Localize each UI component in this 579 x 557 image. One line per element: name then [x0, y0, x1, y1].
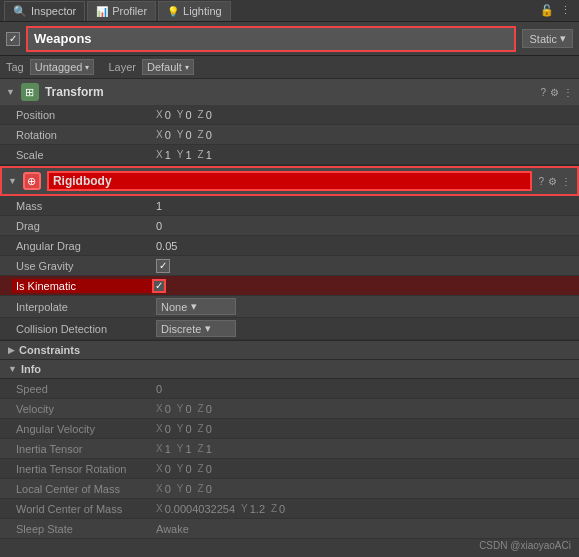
velocity-row: Velocity X 0 Y 0 Z 0 — [0, 399, 579, 419]
transform-menu-icon[interactable]: ⋮ — [563, 87, 573, 98]
scale-x[interactable]: X 1 — [156, 149, 171, 161]
angular-drag-value[interactable]: 0.05 — [156, 240, 571, 252]
rotation-x[interactable]: X 0 — [156, 129, 171, 141]
transform-settings-icon[interactable]: ⚙ — [550, 87, 559, 98]
collision-label: Collision Detection — [16, 323, 156, 335]
tab-bar-right: 🔓 ⋮ — [540, 4, 575, 17]
angular-velocity-label: Angular Velocity — [16, 423, 156, 435]
lock-icon[interactable]: 🔓 — [540, 4, 554, 17]
inertia-tensor-z: Z 1 — [198, 443, 212, 455]
rigidbody-help-icon[interactable]: ? — [538, 176, 544, 187]
static-arrow-icon: ▾ — [560, 32, 566, 45]
menu-icon[interactable]: ⋮ — [560, 4, 571, 17]
local-center-row: Local Center of Mass X 0 Y 0 Z 0 — [0, 479, 579, 499]
itr-y: Y 0 — [177, 463, 192, 475]
velocity-x: X 0 — [156, 403, 171, 415]
is-kinematic-value: ✓ — [152, 279, 571, 293]
transform-controls: ? ⚙ ⋮ — [540, 87, 573, 98]
layer-dropdown-arrow: ▾ — [185, 63, 189, 72]
transform-help-icon[interactable]: ? — [540, 87, 546, 98]
drag-value[interactable]: 0 — [156, 220, 571, 232]
layer-dropdown[interactable]: Default ▾ — [142, 59, 194, 75]
inspector-icon: 🔍 — [13, 5, 27, 18]
rotation-label: Rotation — [16, 129, 156, 141]
transform-component: ▼ ⊞ Transform ? ⚙ ⋮ Position X 0 Y 0 — [0, 79, 579, 166]
position-label: Position — [16, 109, 156, 121]
use-gravity-checkbox[interactable]: ✓ — [156, 259, 170, 273]
tab-inspector-label: Inspector — [31, 5, 76, 17]
gameobject-name[interactable]: Weapons — [26, 26, 516, 52]
is-kinematic-label: Is Kinematic — [12, 279, 152, 293]
interpolate-dropdown[interactable]: None ▾ — [156, 298, 236, 315]
sleep-state-row: Sleep State Awake — [0, 519, 579, 539]
velocity-y: Y 0 — [177, 403, 192, 415]
is-kinematic-checkbox[interactable]: ✓ — [152, 279, 166, 293]
watermark: CSDN @xiaoyaoACi — [479, 540, 571, 551]
local-center-value: X 0 Y 0 Z 0 — [156, 483, 571, 495]
world-center-z: Z 0 — [271, 503, 285, 515]
position-x[interactable]: X 0 — [156, 109, 171, 121]
layer-label: Layer — [108, 61, 136, 73]
transform-name: Transform — [45, 85, 535, 99]
tab-bar: 🔍 Inspector 📊 Profiler 💡 Lighting 🔓 ⋮ — [0, 0, 579, 22]
collision-value: Discrete ▾ — [156, 320, 571, 337]
angular-velocity-z: Z 0 — [198, 423, 212, 435]
rotation-row: Rotation X 0 Y 0 Z 0 — [0, 125, 579, 145]
local-center-y: Y 0 — [177, 483, 192, 495]
collision-row: Collision Detection Discrete ▾ — [0, 318, 579, 340]
static-button[interactable]: Static ▾ — [522, 29, 573, 48]
sleep-state-value: Awake — [156, 523, 571, 535]
position-row: Position X 0 Y 0 Z 0 — [0, 105, 579, 125]
angular-velocity-value: X 0 Y 0 Z 0 — [156, 423, 571, 435]
inertia-tensor-rotation-row: Inertia Tensor Rotation X 0 Y 0 Z 0 — [0, 459, 579, 479]
rigidbody-header[interactable]: ▼ ⊕ Rigidbody ? ⚙ ⋮ — [0, 166, 579, 196]
collision-dropdown[interactable]: Discrete ▾ — [156, 320, 236, 337]
local-center-x: X 0 — [156, 483, 171, 495]
itr-z: Z 0 — [198, 463, 212, 475]
drag-row: Drag 0 — [0, 216, 579, 236]
constraints-toggle-icon: ▶ — [8, 345, 15, 355]
scale-y[interactable]: Y 1 — [177, 149, 192, 161]
mass-value[interactable]: 1 — [156, 200, 571, 212]
rigidbody-name: Rigidbody — [47, 171, 533, 191]
transform-toggle-icon: ▼ — [6, 87, 15, 97]
tab-inspector[interactable]: 🔍 Inspector — [4, 1, 85, 21]
gameobject-checkbox[interactable]: ✓ — [6, 32, 20, 46]
rigidbody-menu-icon[interactable]: ⋮ — [561, 176, 571, 187]
position-y[interactable]: Y 0 — [177, 109, 192, 121]
angular-drag-row: Angular Drag 0.05 — [0, 236, 579, 256]
scale-row: Scale X 1 Y 1 Z 1 — [0, 145, 579, 165]
interpolate-label: Interpolate — [16, 301, 156, 313]
world-center-label: World Center of Mass — [16, 503, 156, 515]
gameobject-header: ✓ Weapons Static ▾ — [0, 22, 579, 56]
tab-profiler[interactable]: 📊 Profiler — [87, 1, 156, 21]
speed-label: Speed — [16, 383, 156, 395]
transform-header[interactable]: ▼ ⊞ Transform ? ⚙ ⋮ — [0, 79, 579, 105]
rotation-value: X 0 Y 0 Z 0 — [156, 129, 571, 141]
interpolate-value: None ▾ — [156, 298, 571, 315]
angular-drag-label: Angular Drag — [16, 240, 156, 252]
velocity-label: Velocity — [16, 403, 156, 415]
rigidbody-settings-icon[interactable]: ⚙ — [548, 176, 557, 187]
speed-row: Speed 0 — [0, 379, 579, 399]
lighting-icon: 💡 — [167, 6, 179, 17]
transform-icon: ⊞ — [21, 83, 39, 101]
rotation-z[interactable]: Z 0 — [198, 129, 212, 141]
angular-velocity-row: Angular Velocity X 0 Y 0 Z 0 — [0, 419, 579, 439]
is-kinematic-row: Is Kinematic ✓ — [0, 276, 579, 296]
rotation-y[interactable]: Y 0 — [177, 129, 192, 141]
tag-label: Tag — [6, 61, 24, 73]
tag-layer-row: Tag Untagged ▾ Layer Default ▾ — [0, 56, 579, 79]
tab-profiler-label: Profiler — [112, 5, 147, 17]
tab-lighting[interactable]: 💡 Lighting — [158, 1, 231, 21]
scale-z[interactable]: Z 1 — [198, 149, 212, 161]
inertia-tensor-rotation-value: X 0 Y 0 Z 0 — [156, 463, 571, 475]
inertia-tensor-rotation-label: Inertia Tensor Rotation — [16, 463, 156, 475]
constraints-section[interactable]: ▶ Constraints — [0, 341, 579, 360]
position-z[interactable]: Z 0 — [198, 109, 212, 121]
use-gravity-row: Use Gravity ✓ — [0, 256, 579, 276]
local-center-z: Z 0 — [198, 483, 212, 495]
tag-dropdown[interactable]: Untagged ▾ — [30, 59, 95, 75]
info-section[interactable]: ▼ Info — [0, 360, 579, 379]
collision-arrow-icon: ▾ — [205, 322, 211, 335]
